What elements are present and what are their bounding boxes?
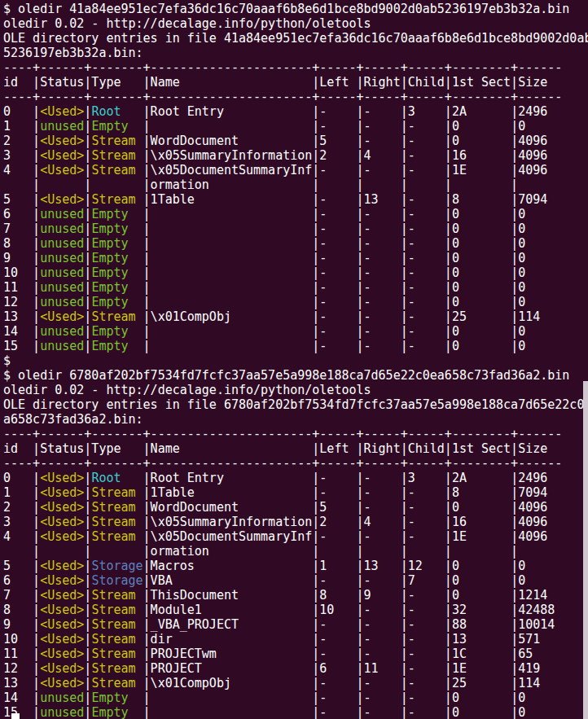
table-separator: ----+------+-------+--------------------… <box>3 60 588 75</box>
terminal-screen: $ oledir 41a84ee951ec7efa36dc16c70aaaf6b… <box>0 0 588 719</box>
table-row: 6 |<Used>|Storage|VBA |- |- |7 |0 |0 <box>3 573 588 588</box>
table-row: 6 |unused|Empty | |- |- |- |0 |0 <box>3 207 588 221</box>
info-line: 5236197eb3b32a.bin: <box>3 46 588 60</box>
command-line: $ oledir 6780af202bf7534fd7fcfc37aa57e5a… <box>3 368 588 383</box>
table-row: 8 |unused|Empty | |- |- |- |0 |0 <box>3 236 588 251</box>
table-row: 3 |<Used>|Stream |\x05SummaryInformation… <box>3 515 588 529</box>
terminal-window: $ oledir 41a84ee951ec7efa36dc16c70aaaf6b… <box>0 0 588 719</box>
table-row: 2 |<Used>|Stream |WordDocument |5 |- |- … <box>3 134 588 148</box>
table-row: 7 |<Used>|Stream |ThisDocument |8 |9 |- … <box>3 588 588 603</box>
table-row: 5 |<Used>|Stream |1Table |- |13 |- |8 |7… <box>3 192 588 207</box>
table-separator: ----+------+-------+--------------------… <box>3 90 588 104</box>
table-row: 12 |unused|Empty | |- |- |- |0 |0 <box>3 295 588 309</box>
table-row: 10 |<Used>|Stream |dir |- |- |- |13 |571 <box>3 632 588 647</box>
table-row: 13 |<Used>|Stream |\x01CompObj |- |- |- … <box>3 309 588 324</box>
table-row: 7 |unused|Empty | |- |- |- |0 |0 <box>3 221 588 236</box>
table-row-continuation: | | |ormation | | | | | <box>3 544 588 559</box>
table-header: id |Status|Type |Name |Left |Right|Child… <box>3 75 588 90</box>
command-line: $ oledir 41a84ee951ec7efa36dc16c70aaaf6b… <box>3 2 588 16</box>
table-row: 11 |<Used>|Stream |PROJECTwm |- |- |- |1… <box>3 647 588 661</box>
table-row: 15 |unused|Empty | |- |- |- |0 |0 <box>3 705 588 719</box>
table-row: 5 |<Used>|Storage|Macros |1 |13 |12 |0 |… <box>3 559 588 573</box>
shell-prompt: $ <box>3 353 588 368</box>
table-row-continuation: | | |ormation | | | | | <box>3 178 588 192</box>
table-separator: ----+------+-------+--------------------… <box>3 427 588 441</box>
table-row: 1 |unused|Empty | |- |- |- |0 |0 <box>3 119 588 134</box>
table-row: 4 |<Used>|Stream |\x05DocumentSummaryInf… <box>3 529 588 544</box>
table-row: 14 |unused|Empty | |- |- |- |0 |0 <box>3 691 588 705</box>
table-row: 0 |<Used>|Root |Root Entry |- |- |3 |2A … <box>3 104 588 119</box>
version-line: oledir 0.02 - http://decalage.info/pytho… <box>3 16 588 31</box>
scrollbar-thumb[interactable] <box>583 381 588 719</box>
table-row: 9 |unused|Empty | |- |- |- |0 |0 <box>3 251 588 265</box>
table-row: 12 |<Used>|Stream |PROJECT |6 |11 |- |1E… <box>3 661 588 676</box>
table-row: 8 |<Used>|Stream |Module1 |10 |- |- |32 … <box>3 603 588 617</box>
table-separator: ----+------+-------+--------------------… <box>3 456 588 471</box>
terminal-cursor <box>11 713 20 719</box>
table-row: 0 |<Used>|Root |Root Entry |- |- |3 |2A … <box>3 471 588 485</box>
table-row: 15 |unused|Empty | |- |- |- |0 |0 <box>3 339 588 353</box>
table-row: 1 |<Used>|Stream |1Table |- |- |- |8 |70… <box>3 485 588 500</box>
table-row: 9 |<Used>|Stream |_VBA_PROJECT |- |- |- … <box>3 617 588 632</box>
table-row: 3 |<Used>|Stream |\x05SummaryInformation… <box>3 148 588 163</box>
info-line: a658c73fad36a2.bin: <box>3 412 588 427</box>
table-row: 13 |<Used>|Stream |\x01CompObj |- |- |- … <box>3 676 588 691</box>
info-line: OLE directory entries in file 6780af202b… <box>3 397 588 412</box>
table-header: id |Status|Type |Name |Left |Right|Child… <box>3 441 588 456</box>
version-line: oledir 0.02 - http://decalage.info/pytho… <box>3 383 588 397</box>
table-row: 2 |<Used>|Stream |WordDocument |5 |- |- … <box>3 500 588 515</box>
info-line: OLE directory entries in file 41a84ee951… <box>3 31 588 46</box>
table-row: 10 |unused|Empty | |- |- |- |0 |0 <box>3 265 588 280</box>
table-row: 4 |<Used>|Stream |\x05DocumentSummaryInf… <box>3 163 588 178</box>
table-row: 14 |unused|Empty | |- |- |- |0 |0 <box>3 324 588 339</box>
table-row: 11 |unused|Empty | |- |- |- |0 |0 <box>3 280 588 295</box>
